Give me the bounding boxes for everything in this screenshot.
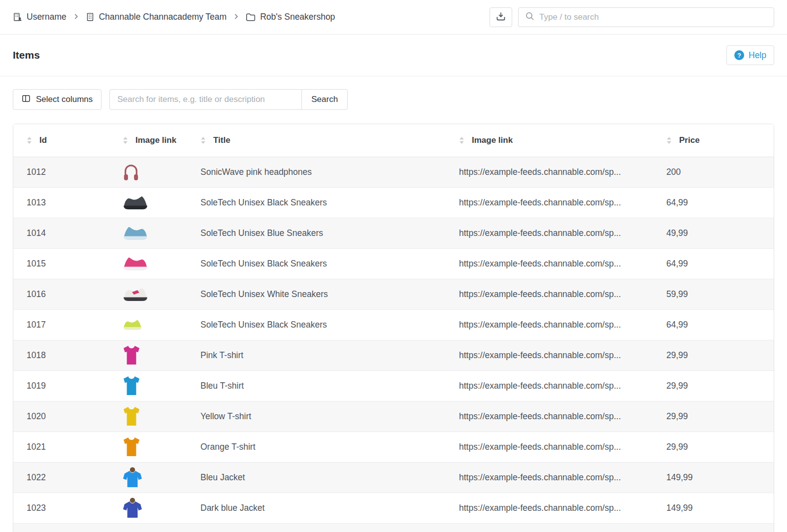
breadcrumb-label: Username	[27, 12, 66, 22]
download-button[interactable]	[490, 7, 512, 27]
cell-image	[109, 279, 187, 309]
cell-title: Orange T-shirt	[187, 432, 446, 462]
cell-title: Bleu T-shirt	[187, 370, 446, 401]
column-header-image-link-2[interactable]: Image link	[446, 124, 653, 157]
sort-icon	[123, 136, 128, 144]
cell-title: SonicWave pink headphones	[187, 157, 446, 187]
cell-image	[109, 218, 187, 248]
cell-id: 1019	[13, 370, 109, 401]
cell-price: 29,99	[653, 370, 774, 401]
sneaker-product-image	[123, 310, 182, 340]
table-row[interactable]: 1014 SoleTech Unisex Blue Sneakershttps:…	[13, 218, 774, 248]
help-button[interactable]: ? Help	[726, 45, 774, 65]
organization-icon	[13, 12, 22, 22]
cell-image-link: https://example-feeds.channable.com/sp..…	[446, 218, 653, 248]
tshirt-product-image	[123, 340, 182, 370]
table-row[interactable]: 1023 Dark blue Jackethttps://example-fee…	[13, 493, 774, 523]
breadcrumb-label: Channable Channacademy Team	[99, 12, 227, 22]
cell-id: 1012	[13, 157, 109, 187]
sneaker-product-image	[123, 279, 182, 309]
cell-image-link: https://example-feeds.channable.com/sp..…	[446, 248, 653, 279]
column-header-title[interactable]: Title	[187, 124, 446, 157]
cell-partial	[13, 523, 774, 532]
page-title: Items	[13, 49, 40, 61]
tshirt-product-image	[123, 371, 182, 401]
cell-title: Bleu Jacket	[187, 462, 446, 493]
cell-image	[109, 157, 187, 187]
cell-price: 49,99	[653, 218, 774, 248]
cell-id: 1018	[13, 340, 109, 370]
column-header-id[interactable]: Id	[13, 124, 109, 157]
cell-title: SoleTech Unisex Black Sneakers	[187, 187, 446, 218]
sort-icon	[459, 136, 464, 144]
items-search-button[interactable]: Search	[301, 89, 348, 110]
table-header-row: Id Image link Title Image link Price	[13, 124, 774, 157]
global-search-input[interactable]	[539, 12, 767, 22]
sort-icon	[666, 136, 672, 144]
cell-image	[109, 340, 187, 370]
cell-price: 200	[653, 157, 774, 187]
sort-icon	[27, 136, 32, 144]
table-row[interactable]: 1016 SoleTech Unisex White Sneakershttps…	[13, 279, 774, 309]
column-header-price[interactable]: Price	[653, 124, 774, 157]
cell-image	[109, 309, 187, 340]
breadcrumb-item-project[interactable]: Rob's Sneakershop	[246, 12, 335, 22]
table-row[interactable]: 1015 SoleTech Unisex Black Sneakershttps…	[13, 248, 774, 279]
cell-price: 64,99	[653, 309, 774, 340]
cell-image-link: https://example-feeds.channable.com/sp..…	[446, 157, 653, 187]
cell-price: 64,99	[653, 187, 774, 218]
cell-id: 1023	[13, 493, 109, 523]
cell-image	[109, 432, 187, 462]
column-header-image-link[interactable]: Image link	[109, 124, 187, 157]
cell-price: 149,99	[653, 493, 774, 523]
table-row[interactable]: 1018 Pink T-shirthttps://example-feeds.c…	[13, 340, 774, 370]
cell-image-link: https://example-feeds.channable.com/sp..…	[446, 493, 653, 523]
cell-id: 1020	[13, 401, 109, 432]
cell-image	[109, 187, 187, 218]
search-icon	[525, 11, 535, 23]
cell-title: SoleTech Unisex White Sneakers	[187, 279, 446, 309]
cell-image-link: https://example-feeds.channable.com/sp..…	[446, 432, 653, 462]
cell-id: 1021	[13, 432, 109, 462]
select-columns-label: Select columns	[36, 95, 93, 104]
cell-id: 1022	[13, 462, 109, 493]
table-row[interactable]: 1020 Yellow T-shirthttps://example-feeds…	[13, 401, 774, 432]
page-header: Items ? Help	[0, 34, 787, 76]
cell-image	[109, 462, 187, 493]
cell-price: 149,99	[653, 462, 774, 493]
cell-image-link: https://example-feeds.channable.com/sp..…	[446, 370, 653, 401]
cell-image-link: https://example-feeds.channable.com/sp..…	[446, 187, 653, 218]
table-row[interactable]: 1012 SonicWave pink headphoneshttps://ex…	[13, 157, 774, 187]
help-question-icon: ?	[734, 50, 744, 60]
cell-image-link: https://example-feeds.channable.com/sp..…	[446, 279, 653, 309]
top-bar: Username Channable Channacademy Team	[0, 0, 787, 34]
global-search	[518, 7, 774, 27]
cell-title: SoleTech Unisex Black Sneakers	[187, 309, 446, 340]
cell-price: 29,99	[653, 401, 774, 432]
items-search-input[interactable]	[109, 89, 302, 110]
headphones-product-image	[123, 157, 182, 187]
cell-image-link: https://example-feeds.channable.com/sp..…	[446, 309, 653, 340]
table-row[interactable]	[13, 523, 774, 532]
table-row[interactable]: 1022 Bleu Jackethttps://example-feeds.ch…	[13, 462, 774, 493]
table-row[interactable]: 1021 Orange T-shirthttps://example-feeds…	[13, 432, 774, 462]
table-row[interactable]: 1019 Bleu T-shirthttps://example-feeds.c…	[13, 370, 774, 401]
items-table: Id Image link Title Image link Price 101…	[13, 124, 774, 532]
select-columns-button[interactable]: Select columns	[13, 89, 101, 110]
download-icon	[495, 11, 506, 23]
cell-price: 59,99	[653, 279, 774, 309]
table-row[interactable]: 1013 SoleTech Unisex Black Sneakershttps…	[13, 187, 774, 218]
cell-title: Pink T-shirt	[187, 340, 446, 370]
sneaker-product-image	[123, 188, 182, 218]
cell-title: Yellow T-shirt	[187, 401, 446, 432]
cell-title: Dark blue Jacket	[187, 493, 446, 523]
breadcrumb-item-username[interactable]: Username	[13, 12, 66, 22]
cell-image-link: https://example-feeds.channable.com/sp..…	[446, 401, 653, 432]
folder-icon	[246, 13, 256, 22]
tshirt-product-image	[123, 432, 182, 462]
cell-id: 1014	[13, 218, 109, 248]
breadcrumb-item-team[interactable]: Channable Channacademy Team	[86, 12, 227, 22]
table-body: 1012 SonicWave pink headphoneshttps://ex…	[13, 157, 774, 532]
table-row[interactable]: 1017 SoleTech Unisex Black Sneakershttps…	[13, 309, 774, 340]
items-search-group: Search	[109, 89, 348, 110]
